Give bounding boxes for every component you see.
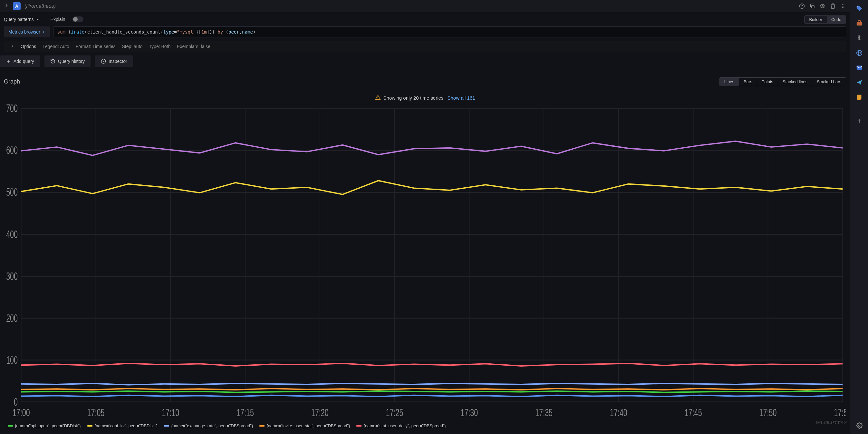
svg-text:600: 600 — [6, 144, 18, 156]
svg-point-8 — [842, 7, 843, 8]
panel-header: A (Prometheus) — [0, 0, 850, 12]
options-row: Options Legend: Auto Format: Time series… — [4, 40, 846, 52]
add-query-button[interactable]: Add query — [0, 55, 40, 67]
svg-point-4 — [842, 4, 843, 5]
svg-point-51 — [857, 6, 858, 7]
legend-label: {name="invite_user_stat", peer="DBSpread… — [267, 423, 350, 428]
warning-text: Showing only 20 time series. — [383, 95, 445, 100]
graph-title: Graph — [4, 78, 20, 85]
options-expand-icon[interactable] — [10, 44, 14, 49]
query-history-button[interactable]: Query history — [44, 55, 91, 67]
svg-text:17:50: 17:50 — [760, 407, 777, 418]
warning-icon — [375, 94, 381, 101]
legend-item[interactable]: {name="api_open", peer="DBDisk"} — [8, 423, 81, 428]
legend-label: {name="stat_user_daily", peer="DBSpread"… — [364, 423, 446, 428]
svg-point-55 — [858, 425, 860, 427]
show-all-link[interactable]: Show all 161 — [447, 95, 475, 100]
inspector-label: Inspector — [108, 59, 127, 64]
svg-point-9 — [843, 7, 844, 8]
svg-text:17:15: 17:15 — [237, 407, 254, 418]
svg-rect-54 — [857, 66, 862, 70]
svg-text:500: 500 — [6, 186, 18, 198]
type-option: Type: Both — [149, 44, 170, 49]
sidebar-chess-icon[interactable] — [855, 33, 864, 42]
legend-item[interactable]: {name="conf_kv", peer="DBDisk"} — [87, 423, 158, 428]
sidebar-settings-icon[interactable] — [855, 421, 864, 430]
svg-text:17:45: 17:45 — [685, 407, 702, 418]
format-option: Format: Time series — [76, 44, 116, 49]
legend-item[interactable]: {name="stat_user_daily", peer="DBSpread"… — [356, 423, 446, 428]
chart-type-tab-lines[interactable]: Lines — [720, 78, 739, 86]
svg-text:17:05: 17:05 — [87, 407, 105, 418]
chart-type-tab-points[interactable]: Points — [757, 78, 778, 86]
options-label[interactable]: Options — [21, 44, 36, 49]
trash-icon[interactable] — [830, 3, 836, 9]
explain-label: Explain — [51, 17, 65, 22]
chart-type-tab-bars[interactable]: Bars — [739, 78, 757, 86]
legend-label: {name="conf_kv", peer="DBDisk"} — [94, 423, 158, 428]
info-icon — [101, 59, 106, 64]
metrics-browser-button[interactable]: Metrics browser — [4, 26, 50, 37]
right-sidebar — [850, 0, 868, 434]
query-controls-row: Query patterns Explain Builder Code — [0, 12, 850, 26]
svg-point-6 — [842, 5, 843, 6]
watermark: @稀土掘金技术社区 — [815, 420, 847, 425]
svg-text:200: 200 — [6, 312, 18, 324]
sidebar-tag-icon[interactable] — [855, 4, 864, 13]
sidebar-send-icon[interactable] — [855, 78, 864, 87]
builder-tab[interactable]: Builder — [805, 16, 827, 23]
eye-icon[interactable] — [820, 3, 826, 9]
legend-item[interactable]: {name="exchange_rate", peer="DBSpread"} — [164, 423, 253, 428]
drag-handle-icon[interactable] — [840, 3, 846, 9]
datasource-logo: A — [13, 2, 21, 10]
svg-text:17:10: 17:10 — [162, 407, 179, 418]
chevron-right-icon — [42, 30, 45, 33]
collapse-panel-icon[interactable] — [4, 3, 9, 9]
sidebar-plus-icon[interactable] — [855, 116, 864, 125]
inspector-button[interactable]: Inspector — [95, 55, 133, 67]
sidebar-note-icon[interactable] — [855, 93, 864, 102]
series-warning: Showing only 20 time series. Show all 16… — [4, 89, 846, 103]
query-patterns-dropdown[interactable]: Query patterns — [4, 17, 40, 22]
legend-swatch — [164, 425, 169, 427]
legend-swatch — [356, 425, 362, 427]
svg-text:400: 400 — [6, 228, 18, 240]
svg-text:700: 700 — [6, 103, 18, 114]
svg-rect-2 — [812, 5, 814, 8]
svg-text:17:55: 17:55 — [834, 407, 846, 418]
svg-point-7 — [843, 5, 844, 6]
legend-label: {name="api_open", peer="DBDisk"} — [15, 423, 81, 428]
query-mode-tabs: Builder Code — [804, 16, 846, 24]
datasource-name: (Prometheus) — [25, 3, 56, 9]
svg-point-3 — [822, 5, 824, 7]
svg-point-5 — [843, 4, 844, 5]
explain-toggle[interactable] — [72, 17, 84, 22]
svg-text:17:20: 17:20 — [311, 407, 329, 418]
legend-swatch — [8, 425, 13, 427]
chart-type-tab-stacked-bars[interactable]: Stacked bars — [812, 78, 846, 86]
legend-swatch — [259, 425, 265, 427]
sidebar-briefcase-icon[interactable] — [855, 19, 864, 28]
svg-text:300: 300 — [6, 270, 18, 282]
chart-type-tab-stacked-lines[interactable]: Stacked lines — [778, 78, 812, 86]
svg-text:17:00: 17:00 — [12, 407, 30, 418]
svg-text:17:35: 17:35 — [535, 407, 553, 418]
svg-text:100: 100 — [6, 354, 18, 366]
help-icon[interactable] — [799, 3, 805, 9]
history-icon — [50, 59, 55, 64]
svg-point-1 — [802, 7, 802, 7]
legend-label: {name="exchange_rate", peer="DBSpread"} — [171, 423, 253, 428]
svg-text:0: 0 — [14, 396, 18, 408]
chart-type-tabs: LinesBarsPointsStacked linesStacked bars — [719, 77, 846, 86]
promql-editor[interactable]: sum (irate(client_handle_seconds_count{t… — [53, 26, 846, 37]
sidebar-globe-icon[interactable] — [855, 48, 864, 57]
step-option: Step: auto — [122, 44, 143, 49]
sidebar-mail-icon[interactable] — [855, 63, 864, 72]
chart-legend: {name="api_open", peer="DBDisk"}{name="c… — [4, 422, 846, 430]
line-chart[interactable]: 010020030040050060070017:0017:0517:1017:… — [4, 103, 846, 422]
copy-icon[interactable] — [809, 3, 815, 9]
plus-icon — [6, 59, 11, 64]
svg-text:17:30: 17:30 — [461, 407, 478, 418]
code-tab[interactable]: Code — [827, 16, 846, 23]
legend-item[interactable]: {name="invite_user_stat", peer="DBSpread… — [259, 423, 350, 428]
